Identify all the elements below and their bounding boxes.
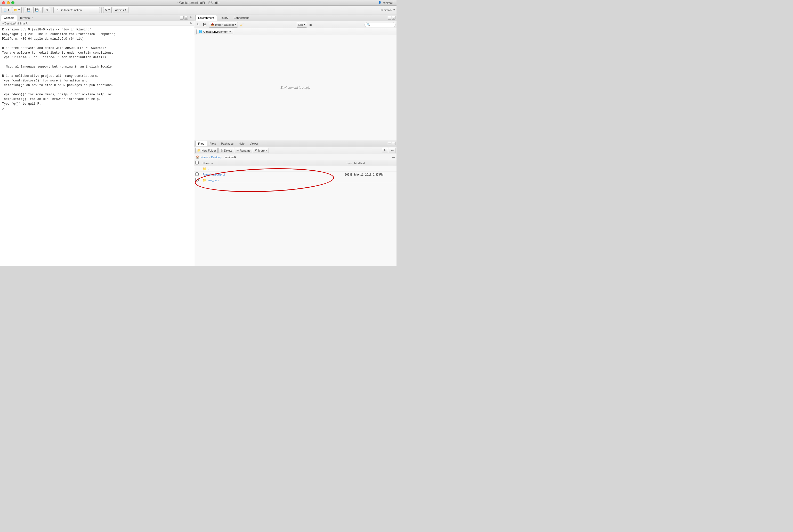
globe-icon: 🌐: [199, 30, 202, 33]
row-size-rproj: 203 B: [334, 173, 354, 176]
header-name[interactable]: Name ▲: [201, 162, 334, 165]
save-button[interactable]: 💾: [25, 7, 32, 13]
breadcrumb-more-icon[interactable]: •••: [392, 156, 395, 159]
file-table: Name ▲ Size Modified 📁 ..: [194, 160, 396, 266]
tab-packages[interactable]: Packages: [219, 141, 236, 147]
env-save-button[interactable]: 💾: [201, 22, 208, 27]
files-tabs: Files Plots Packages Help Viewer — □: [194, 140, 396, 147]
tab-environment[interactable]: Environment: [195, 15, 217, 21]
env-panel-controls: — □: [388, 16, 395, 20]
row-name-rproj: R minimalR.Rproj: [201, 173, 334, 176]
breadcrumb-sep-1: ›: [209, 156, 210, 159]
files-expand-button[interactable]: □: [392, 142, 395, 145]
list-arrow: ▾: [303, 23, 305, 26]
import-dataset-button[interactable]: 📥 Import Dataset ▾: [209, 22, 238, 27]
console-expand-button[interactable]: □: [184, 16, 188, 20]
refresh-icon: ↻: [197, 23, 199, 26]
new-file-button[interactable]: 📄 ▾: [2, 7, 11, 13]
row-check-rawdata: [195, 178, 201, 182]
env-search-input[interactable]: [365, 22, 395, 27]
files-collapse-button[interactable]: —: [388, 142, 391, 145]
console-wrench-icon[interactable]: ✎: [188, 16, 193, 20]
parent-link[interactable]: ..: [207, 167, 209, 170]
sort-arrow-icon: ▲: [211, 162, 213, 165]
console-clear-icon[interactable]: ⊘: [190, 22, 192, 25]
rawdata-checkbox[interactable]: [195, 178, 199, 182]
terminal-close-icon[interactable]: ×: [32, 16, 33, 19]
home-icon: 🏠: [196, 155, 199, 159]
rproj-checkbox[interactable]: [195, 172, 199, 176]
breadcrumb-desktop[interactable]: Desktop: [211, 156, 221, 159]
print-button[interactable]: 🖨: [43, 7, 50, 13]
list-view-button[interactable]: List ▾: [297, 22, 307, 27]
tab-plots[interactable]: Plots: [207, 141, 218, 147]
new-folder-button[interactable]: 📁 New Folder: [195, 148, 218, 153]
files-more-button[interactable]: •••: [389, 148, 395, 153]
import-icon: 📥: [211, 23, 214, 26]
global-env-bar: 🌐 Global Environment ▾: [194, 28, 396, 35]
env-clear-button[interactable]: 🧹: [239, 22, 245, 27]
breadcrumb-home[interactable]: Home: [200, 156, 208, 159]
open-project-button[interactable]: 📂 ▾: [12, 7, 22, 13]
terminal-tab-label: Terminal: [20, 16, 31, 19]
rawdata-link[interactable]: raw_data: [207, 178, 219, 182]
breadcrumb-bar: 🏠 Home › Desktop › minimalR •••: [194, 154, 396, 160]
import-label: Import Dataset: [215, 23, 234, 26]
env-grid-button[interactable]: ▦: [308, 22, 313, 27]
save-all-button[interactable]: 💾 +: [33, 7, 42, 13]
rename-label: Rename: [240, 149, 251, 152]
env-dropdown-arrow: ▾: [229, 30, 231, 33]
tab-help[interactable]: Help: [236, 141, 247, 147]
save-all-icon: 💾: [35, 8, 39, 12]
table-row[interactable]: 📁 raw_data: [194, 177, 396, 183]
console-tab-label: Console: [4, 16, 14, 19]
new-file-icon: 📄: [3, 8, 7, 12]
console-path-label: ~/Desktop/minimalR/: [2, 22, 29, 25]
code-tools-button[interactable]: ⚙ ▾: [103, 7, 112, 13]
open-arrow: ▾: [18, 8, 20, 12]
help-tab-label: Help: [239, 142, 244, 145]
rename-button[interactable]: ✏ Rename: [235, 148, 252, 153]
grid-icon: ▦: [309, 23, 312, 26]
new-file-arrow: ▾: [8, 8, 9, 12]
env-collapse-button[interactable]: —: [388, 16, 391, 20]
header-modified[interactable]: Modified: [354, 162, 395, 165]
global-env-dropdown[interactable]: 🌐 Global Environment ▾: [196, 29, 233, 34]
tab-viewer[interactable]: Viewer: [247, 141, 261, 147]
addins-arrow: ▾: [125, 8, 126, 12]
rproj-link[interactable]: minimalR.Rproj: [205, 173, 225, 176]
env-toolbar: ↻ 💾 📥 Import Dataset ▾ 🧹 List: [194, 21, 396, 28]
history-tab-label: History: [220, 16, 228, 19]
delete-button[interactable]: 🗑 Delete: [219, 148, 234, 153]
user-label: 👤 minimalR: [378, 1, 394, 4]
env-expand-button[interactable]: □: [392, 16, 395, 20]
addins-button[interactable]: Addins ▾: [113, 7, 128, 13]
tab-console[interactable]: Console: [1, 15, 17, 21]
header-size[interactable]: Size: [334, 162, 354, 165]
more-button[interactable]: ⚙ More ▾: [253, 148, 269, 153]
maximize-button[interactable]: [11, 1, 15, 4]
tab-connections[interactable]: Connections: [231, 15, 252, 21]
console-area[interactable]: R version 3.5.0 (2018-04-23) -- "Joy in …: [0, 26, 194, 266]
select-all-checkbox[interactable]: [195, 161, 199, 165]
table-row[interactable]: R minimalR.Rproj 203 B May 11, 2018, 2:3…: [194, 172, 396, 177]
import-arrow: ▾: [235, 23, 236, 26]
breadcrumb-current: minimalR: [224, 156, 236, 159]
delete-label: Delete: [224, 149, 232, 152]
tab-terminal[interactable]: Terminal ×: [17, 15, 35, 21]
main-layout: Console Terminal × — □ ✎ ~/Desktop/minim…: [0, 15, 396, 266]
minimize-button[interactable]: [7, 1, 10, 4]
row-check-rproj: [195, 172, 201, 176]
env-save-icon: 💾: [203, 23, 207, 26]
files-refresh-button[interactable]: ↻: [382, 148, 388, 153]
console-collapse-button[interactable]: —: [180, 16, 184, 20]
left-panel: Console Terminal × — □ ✎ ~/Desktop/minim…: [0, 15, 194, 266]
close-button[interactable]: [2, 1, 5, 4]
files-tab-label: Files: [198, 142, 204, 145]
table-row[interactable]: 📁 ..: [194, 166, 396, 172]
tab-history[interactable]: History: [217, 15, 231, 21]
goto-file-button[interactable]: ↗ Go to file/function: [53, 7, 100, 13]
traffic-lights: [2, 1, 15, 4]
env-refresh-button[interactable]: ↻: [195, 22, 201, 27]
tab-files[interactable]: Files: [195, 141, 207, 147]
